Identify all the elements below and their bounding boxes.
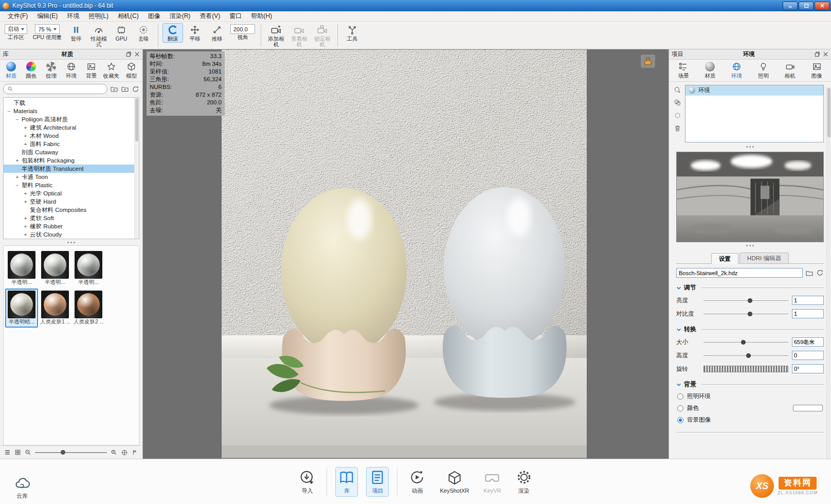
camera-lock-icon[interactable] bbox=[641, 55, 655, 68]
pan-tool[interactable]: 平移 bbox=[185, 23, 205, 43]
scrollbar-thumb[interactable] bbox=[135, 98, 138, 141]
dock-keyvr[interactable]: KeyVR bbox=[480, 467, 504, 496]
cloud-library[interactable]: 云库 bbox=[13, 476, 31, 500]
fov-input[interactable]: 200.0 bbox=[230, 24, 255, 34]
dock-animation[interactable]: 动画 bbox=[406, 467, 428, 497]
minimize-button[interactable] bbox=[783, 2, 798, 10]
dock-import[interactable]: 导入 bbox=[296, 467, 318, 497]
grid-view-icon[interactable] bbox=[14, 449, 21, 456]
material-thumbnail[interactable]: 半透明... bbox=[5, 249, 38, 288]
browse-folder-icon[interactable] bbox=[805, 269, 814, 277]
tree-item-hard[interactable]: +坚硬 Hard bbox=[4, 197, 139, 206]
add-environment-icon[interactable] bbox=[674, 86, 681, 94]
environment-sphere-icon[interactable] bbox=[674, 112, 681, 119]
tree-item-composites[interactable]: 复合材料 Composites bbox=[4, 206, 139, 214]
close-panel-icon[interactable] bbox=[134, 51, 140, 57]
tree-item-cutaway[interactable]: 剖面 Cutaway bbox=[4, 148, 139, 156]
tree-item-downloads[interactable]: 下载 bbox=[4, 99, 139, 107]
menu-file[interactable]: 文件(F) bbox=[3, 12, 32, 21]
brightness-slider[interactable] bbox=[703, 298, 788, 303]
environment-list[interactable]: 环境 bbox=[685, 85, 824, 142]
render-preview-icon[interactable] bbox=[121, 449, 128, 456]
tree-item-toon[interactable]: +卡通 Toon bbox=[4, 173, 139, 181]
dock-keyshotxr[interactable]: KeyShotXR bbox=[437, 467, 472, 496]
radio-icon-checked[interactable] bbox=[677, 417, 683, 423]
realtime-render-viewport[interactable]: 每秒帧数:33.3 时间:8m 34s 采样值:1081 三角形:56,324 … bbox=[143, 49, 669, 459]
gpu-tool[interactable]: GPU bbox=[111, 23, 132, 43]
start-tool[interactable]: 启动 工作区 bbox=[3, 23, 29, 41]
slider-handle[interactable] bbox=[61, 450, 65, 455]
list-view-icon[interactable] bbox=[4, 449, 11, 456]
section-adjust[interactable]: 调节 bbox=[669, 279, 831, 294]
scrollbar-thumb[interactable] bbox=[827, 88, 830, 137]
library-search-input[interactable] bbox=[15, 86, 103, 92]
cpu-usage-dropdown[interactable]: 75 % bbox=[35, 24, 59, 34]
tree-item-packaging[interactable]: +包装材料 Packaging bbox=[4, 156, 139, 165]
library-tab-textures[interactable]: 纹理 bbox=[42, 62, 60, 80]
dock-library[interactable]: 库 bbox=[335, 467, 358, 497]
brightness-input[interactable] bbox=[792, 296, 824, 305]
radio-icon[interactable] bbox=[677, 393, 683, 400]
tree-item-rubber[interactable]: +橡胶 Rubber bbox=[4, 222, 139, 230]
project-tab-scene[interactable]: 场景 bbox=[674, 62, 692, 80]
library-tab-materials[interactable]: 材质 bbox=[2, 62, 20, 80]
panel-splitter-handle[interactable] bbox=[0, 239, 142, 245]
menu-edit[interactable]: 编辑(E) bbox=[32, 12, 62, 21]
library-tab-favorites[interactable]: 收藏夹 bbox=[102, 62, 120, 80]
slider-handle[interactable] bbox=[746, 353, 751, 358]
performance-mode-tool[interactable]: 性能模式 bbox=[88, 23, 110, 48]
material-thumbnail[interactable]: 人类皮肤2 ... bbox=[72, 289, 105, 328]
tab-hdri-editor[interactable]: HDRI 编辑器 bbox=[739, 253, 789, 263]
thumbnail-zoom-slider[interactable] bbox=[35, 450, 107, 455]
tree-item-fabric[interactable]: +面料 Fabric bbox=[4, 140, 139, 148]
close-button[interactable] bbox=[815, 2, 829, 10]
dolly-tool[interactable]: 推移 bbox=[207, 23, 227, 43]
project-tab-environment[interactable]: 环境 bbox=[728, 62, 746, 80]
maximize-button[interactable] bbox=[799, 2, 814, 10]
denoise-tool[interactable]: 去噪 bbox=[133, 23, 154, 43]
tab-settings[interactable]: 设置 bbox=[711, 253, 738, 264]
project-scrollbar[interactable] bbox=[826, 87, 831, 459]
menu-image[interactable]: 图像 bbox=[143, 12, 165, 21]
size-slider[interactable] bbox=[703, 339, 788, 345]
rotation-scrubber[interactable] bbox=[703, 366, 788, 372]
rotation-input[interactable] bbox=[792, 364, 824, 373]
lock-camera-tool[interactable]: 锁定相机 bbox=[312, 23, 333, 48]
dock-render[interactable]: 渲染 bbox=[513, 467, 535, 497]
menu-lighting[interactable]: 照明(L) bbox=[84, 12, 113, 21]
tumble-tool[interactable]: 翻滚 bbox=[162, 23, 183, 43]
bg-lighting-environment-option[interactable]: 照明环境 bbox=[669, 390, 831, 402]
menu-window[interactable]: 窗口 bbox=[225, 12, 246, 21]
flag-icon[interactable] bbox=[132, 449, 138, 456]
environment-list-item-selected[interactable]: 环境 bbox=[685, 85, 823, 96]
library-tab-environments[interactable]: 环境 bbox=[62, 62, 80, 80]
undock-panel-icon[interactable] bbox=[815, 51, 820, 57]
duplicate-environment-icon[interactable] bbox=[674, 99, 681, 106]
tree-item-optical[interactable]: +光学 Optical bbox=[4, 189, 139, 197]
panel-splitter-handle[interactable] bbox=[669, 242, 831, 248]
dock-project[interactable]: 项目 bbox=[366, 467, 389, 497]
project-tab-image[interactable]: 图像 bbox=[808, 62, 826, 80]
menu-render[interactable]: 渲染(R) bbox=[165, 12, 195, 21]
background-color-swatch[interactable] bbox=[793, 405, 823, 411]
radio-icon[interactable] bbox=[677, 405, 683, 411]
start-dropdown[interactable]: 启动 bbox=[5, 24, 27, 34]
view-camera-tool[interactable]: 查看相机 bbox=[288, 23, 310, 48]
pause-tool[interactable]: 暂停 bbox=[66, 23, 86, 43]
refresh-icon[interactable] bbox=[816, 269, 824, 277]
environment-file-input[interactable] bbox=[676, 268, 803, 278]
menu-camera[interactable]: 相机(C) bbox=[113, 12, 143, 21]
slider-handle[interactable] bbox=[741, 340, 746, 345]
menu-help[interactable]: 帮助(H) bbox=[246, 12, 277, 21]
zoom-in-icon[interactable] bbox=[111, 449, 117, 456]
panel-splitter-handle[interactable] bbox=[669, 143, 831, 150]
material-thumbnail[interactable]: 半透明... bbox=[39, 249, 71, 288]
import-folder-icon[interactable] bbox=[110, 85, 118, 93]
section-background[interactable]: 背景 bbox=[669, 375, 831, 390]
material-thumbnail[interactable]: 半透明... bbox=[72, 249, 105, 288]
tree-item-translucent[interactable]: 半透明材质 Translucent bbox=[4, 165, 139, 173]
material-thumbnail[interactable]: 人类皮肤1 ... bbox=[39, 289, 71, 328]
delete-environment-icon[interactable] bbox=[674, 124, 681, 132]
slider-handle[interactable] bbox=[748, 298, 752, 303]
add-folder-icon[interactable] bbox=[121, 85, 129, 93]
